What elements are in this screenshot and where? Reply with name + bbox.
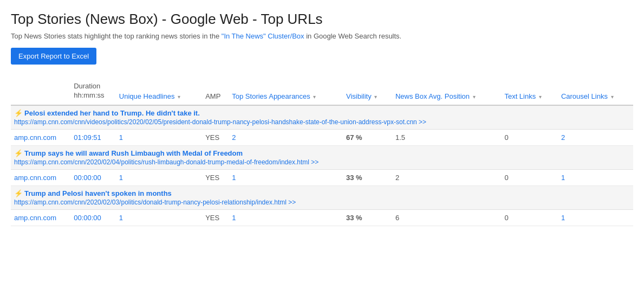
domain-cell: amp.cnn.com xyxy=(11,129,70,145)
group-url: https://amp.cnn.com/cnn/videos/politics/… xyxy=(14,118,630,126)
amp-cell: YES xyxy=(202,169,229,185)
group-url-link[interactable]: https://amp.cnn.com/cnn/2020/02/04/polit… xyxy=(14,158,318,166)
avgpos-cell: 2 xyxy=(392,169,501,185)
col-amp: AMP xyxy=(202,78,229,105)
page-subtitle: Top News Stories stats highlight the top… xyxy=(11,32,633,40)
amp-cell: YES xyxy=(202,129,229,145)
group-header-row: ⚡Trump and Pelosi haven't spoken in mont… xyxy=(11,185,633,209)
subtitle-end: in Google Web Search results. xyxy=(304,32,402,40)
headlines-cell: 1 xyxy=(116,209,202,226)
carousel-cell: 2 xyxy=(558,129,633,145)
col-duration: Durationhh:mm:ss xyxy=(70,78,116,105)
main-table: Durationhh:mm:ss Unique Headlines ▾ AMP … xyxy=(11,78,633,226)
visibility-cell: 33 % xyxy=(343,169,392,185)
visibility-cell: 33 % xyxy=(343,209,392,226)
domain-cell: amp.cnn.com xyxy=(11,169,70,185)
textlinks-cell: 0 xyxy=(501,209,558,226)
sort-icon-visibility: ▾ xyxy=(374,94,380,99)
col-domain xyxy=(11,78,70,105)
appearances-cell: 1 xyxy=(229,209,343,226)
sort-icon-carousel: ▾ xyxy=(611,94,616,99)
subtitle-link-text: "In The News" Cluster/Box xyxy=(222,32,304,40)
col-headlines[interactable]: Unique Headlines ▾ xyxy=(116,78,202,105)
page-title: Top Stories (News Box) - Google Web - To… xyxy=(11,11,633,28)
amp-cell: YES xyxy=(202,209,229,226)
lightning-icon: ⚡ xyxy=(14,189,23,197)
col-textlinks[interactable]: Text Links ▾ xyxy=(501,78,558,105)
duration-cell: 00:00:00 xyxy=(70,169,116,185)
headlines-cell: 1 xyxy=(116,169,202,185)
sort-icon-avgpos: ▾ xyxy=(473,94,478,99)
avgpos-cell: 1.5 xyxy=(392,129,501,145)
col-visibility[interactable]: Visibility ▾ xyxy=(343,78,392,105)
group-header-row: ⚡Pelosi extended her hand to Trump. He d… xyxy=(11,105,633,130)
sort-icon-headlines: ▾ xyxy=(178,94,183,99)
group-headline-link[interactable]: ⚡Trump says he will award Rush Limbaugh … xyxy=(14,149,243,157)
appearances-cell: 2 xyxy=(229,129,343,145)
group-url-link[interactable]: https://amp.cnn.com/cnn/videos/politics/… xyxy=(14,118,426,126)
table-row: amp.cnn.com01:09:511YES267 %1.502 xyxy=(11,129,633,145)
table-row: amp.cnn.com00:00:001YES133 %601 xyxy=(11,209,633,226)
headlines-cell: 1 xyxy=(116,129,202,145)
carousel-cell: 1 xyxy=(558,209,633,226)
table-header: Durationhh:mm:ss Unique Headlines ▾ AMP … xyxy=(11,78,633,105)
textlinks-cell: 0 xyxy=(501,169,558,185)
group-url: https://amp.cnn.com/cnn/2020/02/03/polit… xyxy=(14,199,630,206)
duration-cell: 00:00:00 xyxy=(70,209,116,226)
col-carousel[interactable]: Carousel Links ▾ xyxy=(558,78,633,105)
lightning-icon: ⚡ xyxy=(14,149,23,157)
avgpos-cell: 6 xyxy=(392,209,501,226)
duration-cell: 01:09:51 xyxy=(70,129,116,145)
appearances-cell: 1 xyxy=(229,169,343,185)
visibility-cell: 67 % xyxy=(343,129,392,145)
lightning-icon: ⚡ xyxy=(14,109,23,117)
group-header-row: ⚡Trump says he will award Rush Limbaugh … xyxy=(11,145,633,169)
sort-icon-appearances: ▾ xyxy=(313,94,318,99)
subtitle-text: Top News Stories stats highlight the top… xyxy=(11,32,222,40)
table-row: amp.cnn.com00:00:001YES133 %201 xyxy=(11,169,633,185)
group-url: https://amp.cnn.com/cnn/2020/02/04/polit… xyxy=(14,158,630,166)
sort-icon-textlinks: ▾ xyxy=(539,94,544,99)
header-row: Durationhh:mm:ss Unique Headlines ▾ AMP … xyxy=(11,78,633,105)
carousel-cell: 1 xyxy=(558,169,633,185)
col-avgpos[interactable]: News Box Avg. Position ▾ xyxy=(392,78,501,105)
col-appearances[interactable]: Top Stories Appearances ▾ xyxy=(229,78,343,105)
table-body: ⚡Pelosi extended her hand to Trump. He d… xyxy=(11,105,633,226)
group-headline-link[interactable]: ⚡Pelosi extended her hand to Trump. He d… xyxy=(14,109,200,117)
domain-cell: amp.cnn.com xyxy=(11,209,70,226)
textlinks-cell: 0 xyxy=(501,129,558,145)
group-url-link[interactable]: https://amp.cnn.com/cnn/2020/02/03/polit… xyxy=(14,199,296,206)
group-headline-link[interactable]: ⚡Trump and Pelosi haven't spoken in mont… xyxy=(14,189,172,197)
export-button[interactable]: Export Report to Excel xyxy=(11,48,96,65)
